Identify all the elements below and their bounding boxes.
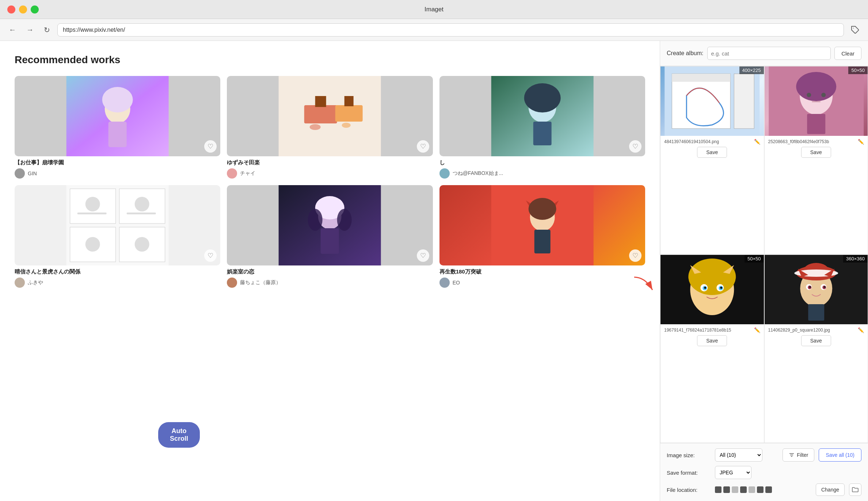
titlebar: Imaget	[0, 0, 868, 19]
svg-point-26	[135, 237, 149, 252]
page-title: Recommended works	[15, 54, 645, 66]
edit-icon[interactable]: ✏️	[754, 327, 760, 333]
path-segment	[740, 486, 747, 493]
item-name-row: 25208663_f0f8b0462f4e0f753b ✏️	[768, 139, 864, 145]
item-name-row: 4841397460619410504.png ✏️	[664, 139, 760, 145]
refresh-button[interactable]: ↻	[41, 24, 53, 36]
svg-point-48	[821, 93, 826, 97]
avatar	[439, 168, 450, 179]
path-segment	[757, 486, 764, 493]
save-format-select[interactable]: JPEG PNG WEBP	[715, 466, 751, 479]
card-title: 再生数180万突破	[439, 268, 645, 275]
maximize-button[interactable]	[31, 5, 39, 14]
file-location-row: File location: Change	[667, 483, 861, 496]
path-segment	[723, 486, 730, 493]
heart-button[interactable]: ♡	[417, 140, 429, 153]
svg-rect-24	[127, 213, 156, 214]
filter-label: Filter	[797, 452, 808, 458]
list-item[interactable]: ♡ 再生数180万突破 EO	[439, 185, 645, 288]
item-thumbnail: 50×50	[765, 66, 868, 136]
item-filename: 4841397460619410504.png	[664, 139, 752, 144]
list-item[interactable]: ♡ 晴信さんと景虎さんの関係 ふきや	[15, 185, 220, 288]
svg-rect-75	[808, 304, 824, 321]
heart-button[interactable]: ♡	[417, 249, 429, 262]
svg-rect-41	[672, 74, 730, 129]
album-input[interactable]	[707, 47, 831, 60]
clear-button[interactable]: Clear	[834, 47, 861, 60]
card-author: GIN	[15, 168, 220, 179]
heart-button[interactable]: ♡	[629, 249, 642, 262]
file-location-dots	[715, 486, 772, 493]
svg-rect-42	[672, 74, 730, 82]
edit-icon[interactable]: ✏️	[858, 139, 864, 145]
list-item[interactable]: ♡ 娯楽室の恋 藤ちょこ（藤原）	[227, 185, 433, 288]
save-all-button[interactable]: Save all (10)	[819, 448, 861, 462]
folder-icon	[852, 487, 859, 493]
svg-point-31	[308, 209, 323, 231]
save-format-label: Save format:	[667, 470, 711, 476]
avatar	[227, 168, 237, 179]
filter-button[interactable]: Filter	[783, 448, 814, 462]
forward-button[interactable]: →	[23, 24, 37, 35]
card-title: ゆずみそ田楽	[227, 159, 433, 166]
save-button[interactable]: Save	[801, 335, 831, 346]
save-button[interactable]: Save	[801, 147, 831, 158]
minimize-button[interactable]	[19, 5, 27, 14]
svg-rect-23	[77, 213, 107, 214]
thumbnail: ♡	[439, 185, 645, 265]
webpage-content: Recommended works	[0, 41, 660, 501]
svg-point-46	[796, 72, 836, 101]
file-location-label: File location:	[667, 487, 711, 493]
svg-rect-9	[344, 96, 354, 106]
svg-rect-8	[335, 105, 363, 122]
size-badge: 360×360	[843, 255, 868, 263]
svg-point-53	[688, 259, 736, 295]
svg-point-11	[342, 123, 351, 128]
address-bar[interactable]	[57, 23, 844, 37]
item-thumbnail: 400×225	[660, 66, 764, 136]
card-title: し	[439, 159, 645, 166]
edit-icon[interactable]: ✏️	[754, 139, 760, 145]
svg-rect-15	[533, 122, 551, 145]
image-size-label: Image size:	[667, 452, 711, 458]
image-size-select[interactable]: All (10) Large Medium Small	[715, 448, 762, 462]
close-button[interactable]	[7, 5, 15, 14]
svg-point-22	[135, 197, 149, 211]
save-button[interactable]: Save	[697, 335, 727, 346]
svg-rect-6	[304, 105, 337, 123]
card-author: 藤ちょこ（藤原）	[227, 278, 433, 288]
save-button[interactable]: Save	[697, 147, 727, 158]
list-item[interactable]: ♡ し つね@FANBOX始ま...	[439, 76, 645, 179]
item-filename: 25208663_f0f8b0462f4e0f753b	[768, 139, 856, 144]
edit-icon[interactable]: ✏️	[858, 327, 864, 333]
thumbnail: ♡	[227, 76, 433, 156]
tag-icon[interactable]	[848, 23, 862, 37]
path-segment	[765, 486, 772, 493]
app-title: Imaget	[425, 6, 443, 13]
thumbnail: ♡	[15, 185, 220, 265]
item-footer: 4841397460619410504.png ✏️ Save	[660, 136, 764, 161]
list-item[interactable]: ♡ ゆずみそ田楽 チャイ	[227, 76, 433, 179]
svg-point-59	[720, 287, 722, 289]
card-author: つね@FANBOX始ま...	[439, 168, 645, 179]
file-location-bar	[715, 486, 811, 493]
back-button[interactable]: ←	[6, 24, 19, 35]
image-size-row: Image size: All (10) Large Medium Small …	[667, 448, 861, 462]
change-button[interactable]: Change	[816, 483, 845, 496]
open-folder-button[interactable]	[849, 483, 861, 496]
size-badge: 400×225	[739, 66, 764, 74]
heart-button[interactable]: ♡	[629, 140, 642, 153]
item-name-row: 114062829_p0_square1200.jpg ✏️	[768, 327, 864, 333]
svg-point-37	[528, 198, 556, 220]
svg-rect-38	[534, 230, 550, 253]
item-filename: 114062829_p0_square1200.jpg	[768, 328, 856, 333]
svg-point-10	[310, 124, 321, 130]
list-item[interactable]: ♡ 【お仕事】崩壊学園 GIN	[15, 76, 220, 179]
list-item: 50×50 25208663_f0f8b0462f4e0f753b ✏️ Sav…	[764, 66, 868, 255]
auto-scroll-button[interactable]: Auto Scroll	[158, 422, 200, 448]
main-layout: Recommended works	[0, 41, 868, 501]
card-title: 娯楽室の恋	[227, 268, 433, 275]
svg-rect-7	[315, 96, 326, 107]
svg-rect-4	[108, 122, 127, 147]
svg-point-32	[337, 209, 352, 231]
